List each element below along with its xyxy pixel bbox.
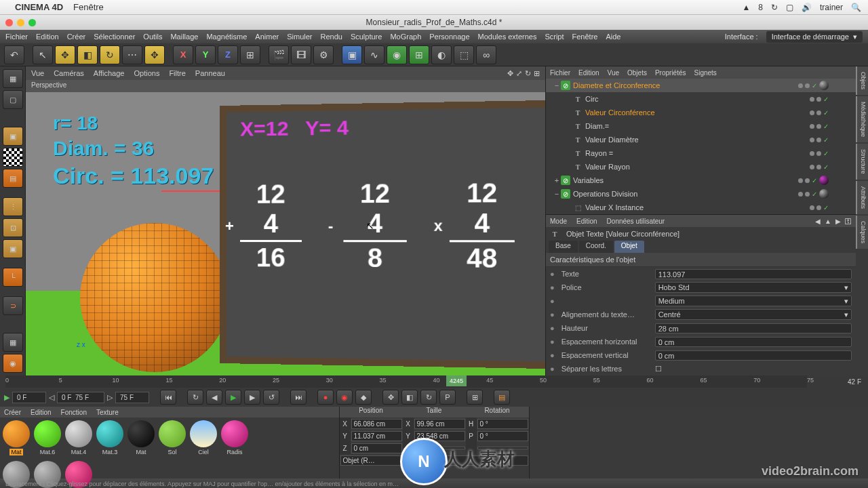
gizmo-x-axis[interactable] <box>161 190 229 192</box>
size-field[interactable]: 99.96 cm <box>414 419 465 429</box>
app-menu-item[interactable]: Simuler <box>287 33 312 41</box>
viewport-3d[interactable]: r= 18 Diam. = 36 Circ. = 113.097 z x X=1… <box>26 92 545 375</box>
keyframe-sel-button[interactable]: ◆ <box>355 390 372 405</box>
interface-selector[interactable]: Interface de démarrage▾ <box>766 31 863 43</box>
polygon-mode[interactable]: ▣ <box>3 239 23 258</box>
sync-icon[interactable]: ↻ <box>771 3 778 12</box>
app-menu-item[interactable]: Personnage <box>429 33 469 41</box>
tree-row[interactable]: ⬚Valeur X Instance✓ <box>546 201 856 214</box>
app-menu-item[interactable]: Sélectionner <box>94 33 135 41</box>
recent-tool[interactable]: ⋯ <box>122 45 142 64</box>
am-menu-item[interactable]: Edition <box>576 218 597 225</box>
user-label[interactable]: trainer <box>820 3 843 12</box>
material-tag[interactable] <box>819 176 829 185</box>
x-axis-toggle[interactable]: X <box>173 45 193 64</box>
key-scale-button[interactable]: ◧ <box>401 390 418 405</box>
zoom-button[interactable] <box>28 19 36 26</box>
om-menu-item[interactable]: Signets <box>694 69 717 77</box>
record-button[interactable]: ● <box>317 390 334 405</box>
om-menu-item[interactable]: Fichier <box>550 69 570 77</box>
side-tab[interactable]: Médiathèque <box>856 96 868 142</box>
object-mode[interactable]: ▢ <box>3 90 23 109</box>
locked-workplane[interactable]: ◉ <box>3 354 23 373</box>
app-menu-item[interactable]: Edition <box>36 33 59 41</box>
am-tab[interactable]: Objet <box>614 241 644 253</box>
coord-system-button[interactable]: ⊞ <box>240 45 260 64</box>
attr-input[interactable]: 28 cm <box>655 323 852 333</box>
snap-toggle[interactable]: ⊃ <box>3 296 23 315</box>
mat-menu-item[interactable]: Texture <box>96 409 119 416</box>
side-tab[interactable]: Attributs <box>856 181 868 214</box>
tree-row[interactable]: TValeur Circonférence✓ <box>546 106 856 119</box>
sphere-object[interactable] <box>80 223 229 372</box>
blackboard-object[interactable]: X=12 Y= 4 12416+1248-12448x <box>220 100 545 369</box>
mac-menu-item[interactable]: Fenêtre <box>73 2 104 12</box>
tree-row[interactable]: +⊘Variables✓ <box>546 174 856 187</box>
am-tab[interactable]: Coord. <box>579 241 613 253</box>
om-menu-item[interactable]: Vue <box>608 69 619 77</box>
range-field[interactable] <box>57 392 104 403</box>
side-tab[interactable]: Structure <box>856 144 868 180</box>
vp-menu-item[interactable]: Vue <box>31 69 44 77</box>
y-axis-toggle[interactable]: Y <box>195 45 216 64</box>
goto-end-button[interactable]: ⏭ <box>290 390 307 405</box>
tree-row[interactable]: TRayon =✓ <box>546 146 856 160</box>
deformer-tool[interactable]: ◐ <box>431 45 452 64</box>
play-reverse-button[interactable]: ↺ <box>263 390 279 405</box>
attr-select[interactable]: Medium▾ <box>655 296 852 306</box>
undo-button[interactable]: ↶ <box>4 45 24 64</box>
app-menu-item[interactable]: Maillage <box>170 33 198 41</box>
app-menu-item[interactable]: Sculpture <box>351 33 382 41</box>
am-fwd-icon[interactable]: ▶ <box>835 218 841 225</box>
position-field[interactable]: 0 cm <box>351 443 402 453</box>
mat-menu-item[interactable]: Edition <box>31 409 52 416</box>
rotate-tool[interactable]: ↻ <box>100 45 120 64</box>
select-tool[interactable]: ↖ <box>33 45 53 64</box>
am-menu-item[interactable]: Mode <box>550 218 567 225</box>
am-up-icon[interactable]: ▲ <box>825 218 831 225</box>
app-menu-item[interactable]: Animer <box>255 33 279 41</box>
app-menu-item[interactable]: MoGraph <box>390 33 421 41</box>
timeline[interactable]: 4245 051015202530354045505560657075 42 F <box>0 375 868 388</box>
scale-tool[interactable]: ◧ <box>77 45 98 64</box>
timeline-marker[interactable]: 4245 <box>446 375 467 386</box>
loop-button[interactable]: ↻ <box>187 390 203 405</box>
side-tab[interactable]: Objets <box>856 66 868 95</box>
material-item[interactable]: Mat <box>127 420 155 455</box>
vp-zoom-icon[interactable]: ⤢ <box>516 69 522 78</box>
material-item[interactable]: Mat.4 <box>65 420 92 455</box>
app-menu-item[interactable]: Fichier <box>5 33 28 41</box>
layout-button[interactable]: ▤ <box>494 390 510 405</box>
attr-input[interactable]: 0 cm <box>655 337 852 347</box>
cube-primitive[interactable]: ▣ <box>342 45 362 64</box>
app-name[interactable]: CINEMA 4D <box>15 2 63 12</box>
environment-tool[interactable]: ⬚ <box>454 45 474 64</box>
edge-mode[interactable]: ⊡ <box>3 218 23 237</box>
app-menu-item[interactable]: Magnétisme <box>206 33 247 41</box>
axis-mode[interactable]: └ <box>3 268 23 287</box>
move-tool[interactable]: ✥ <box>55 45 75 64</box>
rotation-field[interactable]: 0 ° <box>477 431 528 441</box>
goto-start-button[interactable]: ⏮ <box>160 390 176 405</box>
position-field[interactable]: 11.037 cm <box>351 431 402 441</box>
spline-tool[interactable]: ∿ <box>364 45 384 64</box>
point-mode[interactable]: ⋮ <box>3 197 23 216</box>
render-pv-button[interactable]: 🎞 <box>291 45 311 64</box>
grid-button[interactable]: ⊞ <box>467 390 483 405</box>
key-pos-button[interactable]: ✥ <box>382 390 399 405</box>
material-item[interactable]: Mat <box>3 420 30 455</box>
close-button[interactable] <box>5 19 13 26</box>
material-item[interactable]: Sol <box>159 420 186 455</box>
rotation-field[interactable]: 0 ° <box>477 419 528 429</box>
position-field[interactable]: 66.086 cm <box>351 419 402 429</box>
tree-row[interactable]: TDiam.=✓ <box>546 119 856 133</box>
tree-row[interactable]: TCirc✓ <box>546 92 856 106</box>
material-tag[interactable] <box>819 189 829 199</box>
tree-row[interactable]: TValeur Diamètre✓ <box>546 133 856 146</box>
app-menu-item[interactable]: Créer <box>67 33 86 41</box>
volume-icon[interactable]: 🔊 <box>802 3 812 12</box>
play-button[interactable]: ▶ <box>225 390 241 405</box>
attr-select[interactable]: Hobo Std▾ <box>655 282 852 293</box>
am-back-icon[interactable]: ◀ <box>815 218 821 225</box>
range-right-icon[interactable]: ▷ <box>107 393 113 402</box>
